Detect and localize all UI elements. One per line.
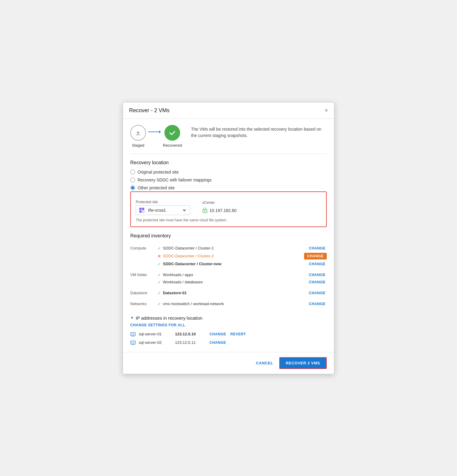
compute-change-btn-2[interactable]: CHANGE xyxy=(304,253,327,259)
svg-rect-9 xyxy=(131,341,135,344)
vm-name-2: sql-server-02 xyxy=(139,340,172,345)
vcenter-value-display: 10.197.182.60 xyxy=(202,206,237,215)
recovered-check-icon xyxy=(168,129,177,137)
datastore-item-1: ✓ Datastore-01 CHANGE xyxy=(157,289,327,297)
protected-site-field: Protected site xyxy=(136,200,190,215)
svg-point-5 xyxy=(204,210,206,212)
compute-label: Compute xyxy=(130,245,157,250)
site-select-icon xyxy=(139,207,144,213)
vmfolder-label: VM folder xyxy=(130,271,157,277)
vcenter-label: vCenter xyxy=(202,201,237,205)
ip-addresses-section: ▼ IP addresses in recovery location CHAN… xyxy=(130,315,327,346)
vmfolder-text-1: Workloads / apps xyxy=(163,272,306,277)
radio-original-label: Original protected site xyxy=(138,170,179,174)
compute-item-text-3: SDDC-Datacenter / Cluster-new xyxy=(163,262,306,266)
networks-change-1[interactable]: CHANGE xyxy=(308,301,327,307)
networks-text-1: vmc-hostswitch / workload-network xyxy=(163,302,306,306)
dialog-title: Recover - 2 VMs xyxy=(129,107,170,114)
ip-row-1: sql-server-01 123.12.0.10 CHANGE REVERT xyxy=(130,331,327,337)
vcenter-icon xyxy=(202,208,208,213)
ip-change-btn-1[interactable]: CHANGE xyxy=(208,331,227,337)
networks-label: Networks xyxy=(130,300,157,306)
vmfolder-item-1: ✓ Workloads / apps CHANGE xyxy=(157,271,327,279)
vcenter-field: vCenter 10.197.182.60 xyxy=(202,201,237,215)
datastore-items: ✓ Datastore-01 CHANGE xyxy=(157,289,327,297)
datastore-text-1: Datastore-01 xyxy=(163,291,306,295)
svg-rect-0 xyxy=(139,208,141,210)
steps-visual: Staged Recovered xyxy=(130,125,182,148)
radio-other-label: Other protected site xyxy=(138,185,175,190)
recover-dialog: Recover - 2 VMs × Staged xyxy=(123,102,334,374)
close-button[interactable]: × xyxy=(325,108,328,113)
radio-other[interactable]: Other protected site xyxy=(130,185,327,190)
vmfolder-text-2: Workloads / databases xyxy=(163,280,306,284)
svg-rect-1 xyxy=(142,208,144,210)
vmfolder-check-1: ✓ xyxy=(157,272,161,277)
recovery-location-section: Recovery location Original protected sit… xyxy=(130,160,327,227)
ip-address-1: 123.12.0.10 xyxy=(175,332,205,336)
datastore-check-1: ✓ xyxy=(157,291,161,295)
ip-address-2: 123.12.0.11 xyxy=(175,340,205,345)
check-icon-1: ✓ xyxy=(157,246,161,251)
arrow-line xyxy=(148,132,160,132)
recovery-location-title: Recovery location xyxy=(130,160,327,165)
radio-sddc[interactable]: Recovery SDDC with failover mappings xyxy=(130,178,327,182)
recovered-circle xyxy=(164,125,180,141)
staged-step: Staged xyxy=(130,125,146,148)
compute-item-1: ✓ SDDC-Datacenter / Cluster-1 CHANGE xyxy=(157,245,327,252)
dialog-body: Staged Recovered The VMs xyxy=(123,119,334,352)
recover-button[interactable]: RECOVER 2 VMS xyxy=(279,357,327,369)
radio-original-input[interactable] xyxy=(130,170,135,174)
compute-item-3: ✓ SDDC-Datacenter / Cluster-new CHANGE xyxy=(157,260,327,268)
check-icon-3: ✓ xyxy=(157,262,161,266)
recovery-location-options: Original protected site Recovery SDDC wi… xyxy=(130,170,327,227)
radio-other-wrapper: Other protected site Protected site xyxy=(130,185,327,227)
dialog-header: Recover - 2 VMs × xyxy=(123,103,334,119)
vcenter-ip: 10.197.182.60 xyxy=(209,208,237,213)
radio-other-input[interactable] xyxy=(130,185,135,190)
step-arrow xyxy=(148,132,160,132)
recovered-step: Recovered xyxy=(163,125,182,148)
ip-change-btn-2[interactable]: CHANGE xyxy=(208,340,227,345)
svg-rect-7 xyxy=(131,333,135,335)
ip-revert-btn-1[interactable]: REVERT xyxy=(230,332,246,336)
radio-original[interactable]: Original protected site xyxy=(130,170,327,174)
svg-rect-2 xyxy=(139,210,141,213)
compute-change-btn-3[interactable]: CHANGE xyxy=(308,261,327,267)
datastore-category: Datastore ✓ Datastore-01 CHANGE xyxy=(130,288,327,298)
vmfolder-check-2: ✓ xyxy=(157,280,161,285)
cancel-button[interactable]: CANCEL xyxy=(256,361,273,365)
datastore-change-1[interactable]: CHANGE xyxy=(308,290,327,296)
change-settings-all-button[interactable]: CHANGE SETTINGS FOR ALL xyxy=(130,323,185,327)
staged-icon xyxy=(135,129,142,136)
vmfolder-change-2[interactable]: CHANGE xyxy=(308,279,327,285)
compute-items: ✓ SDDC-Datacenter / Cluster-1 CHANGE ✕ S… xyxy=(157,245,327,268)
recovered-label: Recovered xyxy=(163,143,182,148)
vmfolder-items: ✓ Workloads / apps CHANGE ✓ Workloads / … xyxy=(157,271,327,286)
vmfolder-item-2: ✓ Workloads / databases CHANGE xyxy=(157,279,327,286)
ip-chevron-icon: ▼ xyxy=(130,316,134,320)
dialog-footer: CANCEL RECOVER 2 VMS xyxy=(123,352,334,374)
compute-item-2: ✕ SDDC-Datacenter / Cluster-2 CHANGE xyxy=(157,252,327,260)
datastore-label: Datastore xyxy=(130,289,157,295)
site-note: The protected site must have the same cl… xyxy=(136,218,321,222)
protected-site-select[interactable]: tfw-vcsa1 xyxy=(136,205,190,215)
vm-icon-1 xyxy=(130,331,136,337)
ip-row-2: sql-server-02 123.12.0.11 CHANGE xyxy=(130,339,327,346)
vm-icon-2 xyxy=(130,340,136,345)
radio-sddc-input[interactable] xyxy=(130,178,135,182)
compute-item-text-2: SDDC-Datacenter / Cluster-2 xyxy=(163,254,302,258)
staged-circle xyxy=(130,125,146,141)
networks-check-1: ✓ xyxy=(157,302,161,306)
radio-sddc-label: Recovery SDDC with failover mappings xyxy=(138,178,212,182)
steps-section: Staged Recovered The VMs xyxy=(130,125,327,154)
staged-label: Staged xyxy=(132,143,144,148)
ip-header: ▼ IP addresses in recovery location xyxy=(130,315,327,321)
vmfolder-change-1[interactable]: CHANGE xyxy=(308,272,327,278)
protected-site-dropdown[interactable]: tfw-vcsa1 xyxy=(147,207,187,213)
ip-table: sql-server-01 123.12.0.10 CHANGE REVERT … xyxy=(130,331,327,346)
networks-items: ✓ vmc-hostswitch / workload-network CHAN… xyxy=(157,300,327,308)
required-inventory-section: Required inventory Compute ✓ SDDC-Datace… xyxy=(130,233,327,309)
compute-change-btn-1[interactable]: CHANGE xyxy=(308,246,327,251)
steps-description: The VMs will be restored into the select… xyxy=(191,125,327,139)
